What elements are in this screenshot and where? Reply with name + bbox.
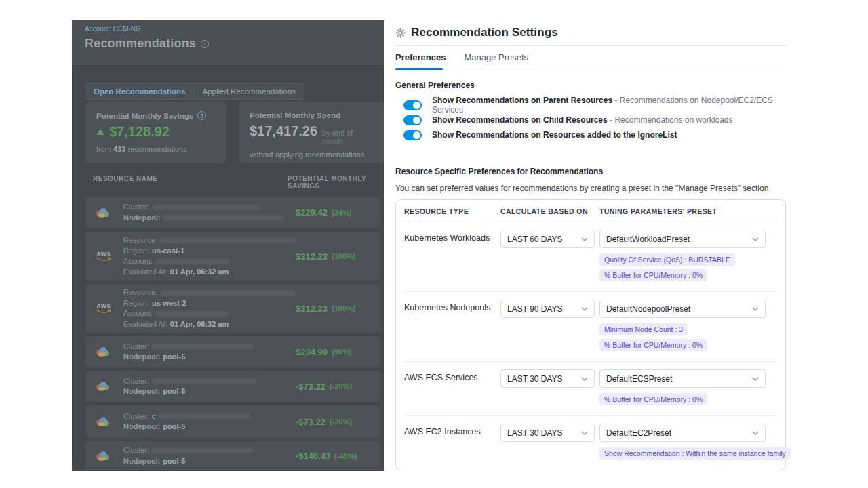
- resource-type-label: Kubernetes Nodepools: [404, 300, 500, 312]
- calculate-based-on-select[interactable]: LAST 30 DAYS: [500, 424, 595, 442]
- drawer-title: Recommendation Settings: [411, 26, 558, 39]
- table-row[interactable]: Cluster:c Nodepool:pool-5 -$73.22(-20%): [85, 405, 380, 438]
- toggle-row-child-resources: Show Recommendations on Child Resources …: [403, 113, 786, 127]
- tab-applied-recommendations[interactable]: Applied Recommendations: [194, 84, 303, 99]
- tab-preferences[interactable]: Preferences: [395, 52, 446, 62]
- preset-parameter-badge: % Buffer for CPU/Memory : 0%: [599, 393, 707, 405]
- tuning-preset-select[interactable]: DefaultWorkloadPreset: [599, 230, 766, 248]
- toggle-row-ignorelist: Show Recommendations on Resources added …: [403, 127, 786, 142]
- page-header: Account: CCM-NG Recommendations i: [72, 20, 384, 66]
- savings-value: $312.23: [296, 251, 328, 262]
- redacted-text: [155, 311, 230, 317]
- toggle-row-parent-resources: Show Recommendations on Parent Resources…: [403, 98, 786, 113]
- spend-amount: $17,417.26: [250, 123, 317, 139]
- chevron-down-icon: [752, 307, 759, 311]
- tab-open-recommendations[interactable]: Open Recommendations: [85, 84, 194, 99]
- savings-value: -$73.22: [296, 382, 326, 392]
- settings-tabs: Preferences Manage Presets: [395, 46, 786, 70]
- column-tuning-preset: TUNING PARAMETERS' PRESET: [599, 207, 777, 216]
- gcp-icon: [95, 381, 115, 392]
- preset-parameter-badge: % Buffer for CPU/Memory : 0%: [599, 339, 707, 351]
- toggle-ignorelist[interactable]: [403, 130, 422, 140]
- tuning-preset-select[interactable]: DefaultECSPreset: [599, 369, 766, 388]
- calculate-based-on-select[interactable]: LAST 90 DAYS: [500, 300, 595, 318]
- column-resource-name[interactable]: RESOURCE NAME: [93, 175, 288, 190]
- redacted-text: [163, 215, 283, 220]
- redacted-text: [152, 205, 260, 210]
- potential-monthly-spend-card: Potential Monthly Spend $17,417.26 by en…: [239, 102, 384, 163]
- preference-row-kubernetes-nodepools: Kubernetes Nodepools LAST 90 DAYS Defaul…: [404, 291, 777, 361]
- table-row[interactable]: Cluster: Nodepool:pool-5 -$73.22(-20%): [85, 371, 380, 402]
- tuning-preset-select[interactable]: DefaultEC2Preset: [599, 424, 766, 442]
- active-tab-indicator: [395, 68, 443, 70]
- calculate-based-on-select[interactable]: LAST 60 DAYS: [500, 230, 595, 248]
- table-row[interactable]: Cluster: Nodepool:pool-5 $234.90(96%): [85, 336, 380, 367]
- resource-preferences-table: RESOURCE TYPE CALCULATE BASED ON TUNING …: [395, 199, 786, 470]
- aws-icon: aws: [95, 251, 115, 262]
- gcp-icon: [95, 207, 115, 218]
- preset-parameter-badge: Quality Of Service (QoS) : BURSTABLE: [599, 253, 735, 266]
- savings-value: $312.23: [296, 304, 328, 314]
- page-title: Recommendations: [85, 37, 196, 51]
- calculate-based-on-select[interactable]: LAST 30 DAYS: [500, 369, 595, 388]
- chevron-down-icon: [752, 431, 759, 435]
- savings-value: -$146.43: [296, 451, 330, 461]
- savings-amount: $7,128.92: [109, 124, 170, 140]
- general-preferences-heading: General Preferences: [395, 81, 786, 90]
- gcp-icon: [95, 451, 115, 462]
- gcp-icon: [95, 416, 115, 427]
- general-preferences-toggles: Show Recommendations on Parent Resources…: [403, 98, 786, 142]
- chevron-down-icon: [581, 377, 588, 381]
- savings-up-icon: [96, 129, 104, 135]
- recommendation-settings-drawer: Recommendation Settings Preferences Mana…: [384, 0, 868, 488]
- recommendations-table: RESOURCE NAME POTENTIAL MONTHLY SAVINGS …: [85, 175, 380, 471]
- info-icon[interactable]: i: [201, 40, 209, 48]
- resource-type-label: Kubernetes Workloads: [404, 230, 500, 243]
- redacted-text: [160, 290, 296, 296]
- savings-value: $229.42: [296, 207, 328, 218]
- column-potential-monthly-savings[interactable]: POTENTIAL MONTHLY SAVINGS: [288, 175, 380, 190]
- toggle-child-resources[interactable]: [403, 115, 422, 125]
- potential-monthly-savings-card: Potential Monthly Savings ? $7,128.92 fr…: [85, 102, 226, 163]
- spend-card-title: Potential Monthly Spend: [250, 111, 340, 119]
- toggle-parent-resources[interactable]: [403, 100, 422, 110]
- table-row[interactable]: Cluster: Nodepool:pool-5 -$146.43(-40%): [85, 441, 380, 470]
- redacted-text: [160, 238, 296, 243]
- savings-percent: (34%): [332, 209, 351, 217]
- chevron-down-icon: [581, 431, 588, 435]
- account-breadcrumb[interactable]: Account: CCM-NG: [85, 25, 141, 33]
- preference-row-aws-ec2-instances: AWS EC2 Instances LAST 30 DAYS DefaultEC…: [404, 415, 777, 470]
- help-icon[interactable]: ?: [197, 111, 206, 120]
- chevron-down-icon: [752, 377, 759, 381]
- gcp-icon: [95, 346, 115, 357]
- recommendations-tabs: Open Recommendations Applied Recommendat…: [85, 83, 304, 100]
- chevron-down-icon: [581, 237, 588, 241]
- resource-type-label: AWS EC2 Instances: [404, 424, 500, 436]
- chevron-down-icon: [581, 307, 588, 311]
- savings-value: $234.90: [296, 347, 328, 357]
- tab-manage-presets[interactable]: Manage Presets: [464, 52, 528, 62]
- spend-amount-note: by end of month: [322, 129, 374, 145]
- table-row[interactable]: aws Resource: Region:us-east-1 Account: …: [85, 232, 380, 281]
- tuning-preset-select[interactable]: DefaultNodepoolPreset: [599, 300, 766, 318]
- savings-card-title: Potential Monthly Savings: [96, 112, 193, 120]
- chevron-down-icon: [752, 237, 759, 241]
- redacted-text: [152, 448, 254, 453]
- redacted-text: [152, 378, 257, 384]
- table-row[interactable]: Cluster: Nodepool: $229.42(34%): [85, 197, 380, 228]
- spend-subtext: without applying recommendations: [250, 150, 374, 159]
- savings-percent: (96%): [332, 348, 351, 356]
- app-canvas: Account: CCM-NG Recommendations i Open R…: [0, 0, 868, 488]
- column-resource-type: RESOURCE TYPE: [404, 207, 500, 216]
- preset-parameter-badge: Minimum Node Count : 3: [599, 323, 688, 336]
- redacted-text: [159, 413, 250, 419]
- table-row[interactable]: aws Resource: Region:us-west-2 Account: …: [85, 284, 380, 333]
- gear-icon: [395, 28, 406, 38]
- redacted-text: [155, 259, 230, 264]
- preset-parameter-badge: Show Recommendation : Within the same in…: [599, 447, 791, 460]
- savings-subtext: from 433 recommendations: [96, 145, 216, 153]
- savings-percent: (-40%): [334, 452, 357, 460]
- aws-icon: aws: [95, 303, 115, 314]
- savings-value: -$73.22: [296, 417, 326, 427]
- resource-type-label: AWS ECS Services: [404, 369, 500, 382]
